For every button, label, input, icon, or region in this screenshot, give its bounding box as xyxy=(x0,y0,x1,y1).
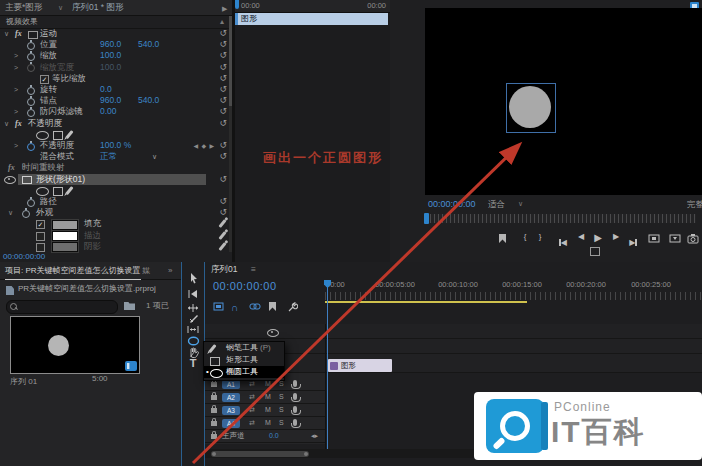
value[interactable]: 0.0 xyxy=(100,84,112,95)
eye-icon[interactable] xyxy=(267,329,279,337)
expand-icon[interactable]: > xyxy=(14,50,18,61)
add-marker-icon[interactable] xyxy=(269,302,281,312)
track-select-tool[interactable] xyxy=(182,287,204,300)
value[interactable]: 100.0 % xyxy=(100,140,131,151)
pen-mask-icon[interactable] xyxy=(65,186,73,195)
panel-menu-icon[interactable]: ≡ xyxy=(126,262,131,279)
play-button[interactable]: ▶ xyxy=(591,233,605,245)
timeline-ruler[interactable]: 00:00 00:00:05:00 00:00:10:00 00:00:15:0… xyxy=(325,280,702,292)
chevron-down-icon[interactable]: ∨ xyxy=(152,153,157,160)
timeline-settings-icon[interactable] xyxy=(287,302,299,312)
voiceover-mic-icon[interactable] xyxy=(293,406,297,413)
value-y[interactable]: 540.0 xyxy=(138,39,159,50)
reset-icon[interactable]: ↺ xyxy=(219,95,227,106)
shape-layer-row[interactable]: 形状(形状01) ↺ xyxy=(0,174,232,185)
panel-menu-icon[interactable]: ≡ xyxy=(251,264,256,274)
reset-icon[interactable]: ↺ xyxy=(219,84,227,95)
value[interactable]: 100.0 xyxy=(100,50,121,61)
drawn-circle-shape[interactable] xyxy=(509,86,551,128)
reset-icon[interactable]: ↺ xyxy=(219,39,227,50)
chevron-down-icon[interactable]: ∨ xyxy=(518,196,523,212)
program-video-frame[interactable] xyxy=(425,8,702,195)
playhead-line[interactable] xyxy=(327,282,328,452)
motion-group-row[interactable]: ∨ fx 运动 ↺ xyxy=(0,28,232,39)
opacity-group-row[interactable]: ∨ fx 不透明度 ↺ xyxy=(0,118,232,129)
mark-in-button[interactable]: { xyxy=(518,233,532,245)
master-gain-value[interactable]: 0.0 xyxy=(269,430,279,442)
reset-icon[interactable]: ↺ xyxy=(219,62,227,73)
stroke-color-swatch[interactable] xyxy=(52,231,78,241)
reset-icon[interactable]: ↺ xyxy=(219,174,227,185)
ellipse-mask-icon[interactable] xyxy=(36,131,49,140)
expand-icon[interactable]: > xyxy=(14,140,18,151)
solo-button[interactable]: S xyxy=(279,404,284,416)
graphic-clip-bar[interactable]: 图形 xyxy=(235,13,388,25)
scroll-up-icon[interactable]: ▴ xyxy=(220,16,224,28)
solo-button[interactable]: S xyxy=(279,391,284,403)
voiceover-mic-icon[interactable] xyxy=(293,419,297,426)
stopwatch-icon[interactable] xyxy=(27,98,35,106)
step-forward-button[interactable]: ▶ xyxy=(609,233,623,245)
type-tool[interactable]: T xyxy=(182,357,204,370)
tab-sequence[interactable]: 序列01 xyxy=(211,264,237,276)
effect-panel-timecode[interactable]: 00:00:00:00 xyxy=(3,252,45,261)
rect-mask-icon[interactable] xyxy=(53,131,63,140)
extract-button[interactable] xyxy=(669,233,683,245)
menu-item-rect-tool[interactable]: 矩形工具 xyxy=(204,354,284,366)
reset-icon[interactable]: ↺ xyxy=(219,118,227,129)
settings-button[interactable] xyxy=(590,247,600,256)
collapse-icon[interactable]: ∨ xyxy=(8,207,13,218)
add-marker-button[interactable] xyxy=(496,233,510,245)
checkbox-checked[interactable]: ✓ xyxy=(36,220,45,229)
track-badge[interactable]: A3 xyxy=(222,406,240,415)
menu-item-pen-tool[interactable]: 钢笔工具(P) xyxy=(204,342,284,354)
audio-track-a4[interactable]: A4 ⇄ M S xyxy=(205,417,325,430)
step-back-button[interactable]: ◀ xyxy=(574,233,588,245)
track-badge[interactable]: A2 xyxy=(222,393,240,402)
tab-media-browser[interactable]: 媒 xyxy=(142,262,150,279)
time-remap-group-row[interactable]: fx 时间重映射 xyxy=(0,162,232,173)
go-to-in-button[interactable]: ◀ xyxy=(556,233,570,245)
mark-out-button[interactable]: } xyxy=(533,233,547,245)
collapse-icon[interactable]: ∨ xyxy=(4,28,9,39)
timeline-timecode[interactable]: 00:00:00:00 xyxy=(213,280,277,292)
tab-project[interactable]: 项目: PR关键帧空间差值怎么切换设置 xyxy=(5,262,141,280)
sync-lock-icon[interactable]: ⇄ xyxy=(249,404,255,416)
source-clip-label[interactable]: 主要*图形 xyxy=(5,0,42,15)
reset-icon[interactable]: ↺ xyxy=(219,28,227,39)
playhead-marker[interactable] xyxy=(235,0,239,9)
stopwatch-icon[interactable] xyxy=(22,210,30,218)
stopwatch-icon[interactable] xyxy=(27,143,35,151)
value[interactable]: 0.00 xyxy=(100,106,117,117)
eyedropper-icon[interactable] xyxy=(218,231,226,240)
shadow-color-swatch[interactable] xyxy=(52,242,78,252)
value-x[interactable]: 960.0 xyxy=(100,95,121,106)
sync-lock-icon[interactable]: ⇄ xyxy=(249,417,255,429)
lift-button[interactable] xyxy=(648,233,662,245)
video-track-v3[interactable] xyxy=(205,324,702,339)
reset-icon[interactable]: ↺ xyxy=(219,106,227,117)
pen-mask-icon[interactable] xyxy=(65,130,73,139)
reset-icon[interactable]: ↺ xyxy=(219,196,227,207)
snap-icon[interactable]: ∩ xyxy=(231,302,243,312)
export-frame-button[interactable] xyxy=(687,233,701,245)
search-input[interactable] xyxy=(6,300,118,314)
go-to-out-button[interactable]: ▶ xyxy=(626,233,640,245)
solo-button[interactable]: S xyxy=(279,417,284,429)
master-track[interactable]: 主声道 0.0 ◂▸ xyxy=(205,430,325,443)
collapse-icon[interactable]: ∨ xyxy=(4,118,9,129)
chevron-down-icon[interactable]: ∨ xyxy=(58,0,63,15)
fill-color-swatch[interactable] xyxy=(52,220,78,230)
eyedropper-icon[interactable] xyxy=(218,219,226,228)
blend-mode-select[interactable]: 正常 xyxy=(100,151,117,162)
voiceover-mic-icon[interactable] xyxy=(293,393,297,400)
stopwatch-icon[interactable] xyxy=(27,87,35,95)
lock-icon[interactable] xyxy=(211,421,217,426)
ellipse-mask-icon[interactable] xyxy=(36,187,49,196)
stopwatch-icon[interactable] xyxy=(27,42,35,50)
folder-icon[interactable] xyxy=(124,302,135,310)
eye-icon[interactable] xyxy=(4,176,16,184)
linked-selection-icon[interactable] xyxy=(249,302,261,312)
lock-icon[interactable] xyxy=(211,382,217,387)
sequence-thumbnail[interactable] xyxy=(10,316,140,374)
